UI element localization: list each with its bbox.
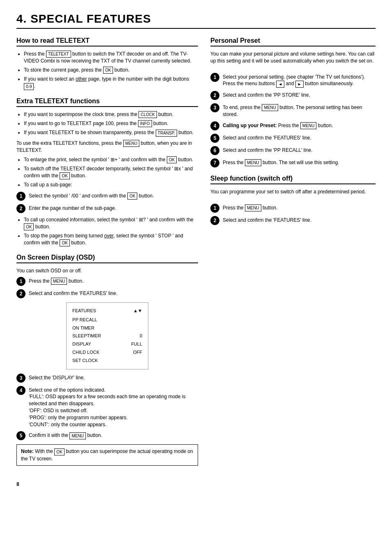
ok-button-ref6[interactable]: OK bbox=[60, 239, 69, 246]
personal-preset-title: Personal Preset bbox=[210, 37, 376, 46]
section-osd: On Screen Display (OSD) You can switch O… bbox=[16, 254, 198, 466]
right-column: Personal Preset You can make your person… bbox=[210, 37, 376, 473]
extra-sub-bullets: To enlarge the print, select the symbol … bbox=[16, 156, 198, 188]
step2-bullet-2: To stop the pages from being turned over… bbox=[24, 232, 198, 246]
preset-step-1-text: Select your personal setting. (see chapt… bbox=[223, 73, 376, 88]
personal-preset-body: You can make your personal picture and v… bbox=[210, 51, 376, 65]
osd-label-sleeptimer: SLEEPTIMER bbox=[72, 332, 101, 340]
ok-button-ref5[interactable]: OK bbox=[24, 223, 34, 230]
digits-button: 0-9 bbox=[24, 83, 34, 90]
preset-step-7-text: Press the MENU button. The set will use … bbox=[223, 158, 376, 166]
menu-button-ref1[interactable]: MENU bbox=[123, 140, 139, 147]
step-circle-2: 2 bbox=[16, 204, 25, 213]
sleep-step-circle-2: 2 bbox=[210, 216, 219, 225]
menu-button-ref3[interactable]: MENU bbox=[69, 432, 85, 439]
left-column: How to read TELETEXT Press the TELETEXT … bbox=[16, 37, 198, 473]
sub-bullet-3: To call up a sub-page: bbox=[24, 181, 198, 188]
osd-val-display: FULL bbox=[131, 340, 142, 348]
osd-step-2: 2 Select and confirm the 'FEATURES' line… bbox=[16, 289, 198, 298]
preset-step-4-text: Calling up your Preset: Press the MENU b… bbox=[223, 121, 376, 129]
teletext-bullet-2: To store the current page, press the OK … bbox=[24, 67, 198, 74]
sub-bullet-1: To enlarge the print, select the symbol … bbox=[24, 156, 198, 163]
osd-table-header-label: FEATURES bbox=[72, 307, 96, 315]
info-button[interactable]: INFO bbox=[138, 120, 152, 127]
extra-teletext-body: To use the extra TELETEXT functions, pre… bbox=[16, 140, 198, 154]
preset-step-circle-6: 6 bbox=[210, 146, 219, 155]
menu-button-ref7[interactable]: MENU bbox=[245, 204, 261, 211]
ok-button-ref1[interactable]: OK bbox=[103, 67, 113, 74]
preset-step-7: 7 Press the MENU button. The set will us… bbox=[210, 158, 376, 167]
ok-button-ref3[interactable]: OK bbox=[60, 172, 69, 179]
osd-title: On Screen Display (OSD) bbox=[16, 254, 198, 263]
preset-step-3-text: To end, press the MENU button. The perso… bbox=[223, 103, 376, 118]
osd-step-3: 3 Select the 'DISPLAY' line. bbox=[16, 374, 198, 383]
right-arrow-button[interactable]: ► bbox=[295, 81, 304, 88]
osd-step-4: 4 Select one of the options indicated. '… bbox=[16, 386, 198, 428]
preset-step-circle-7: 7 bbox=[210, 158, 219, 167]
step-1-subpage: 1 Select the symbol ' /00 ' and confirm … bbox=[16, 192, 198, 201]
transp-button[interactable]: TRANSP. bbox=[156, 130, 177, 137]
step-2-text: Enter the page number of the sub-page. bbox=[29, 204, 198, 212]
page-number: 8 bbox=[16, 481, 376, 487]
menu-button-ref4[interactable]: MENU bbox=[262, 104, 278, 111]
osd-step-1-text: Press the MENU button. bbox=[29, 277, 198, 285]
osd-table-header: FEATURES ▲▼ bbox=[72, 307, 142, 315]
osd-step-circle-2: 2 bbox=[16, 289, 25, 298]
teletext-button[interactable]: TELETEXT bbox=[46, 51, 71, 58]
left-arrow-button[interactable]: ◄ bbox=[276, 81, 284, 88]
ok-button-ref7[interactable]: OK bbox=[54, 448, 64, 455]
menu-button-ref2[interactable]: MENU bbox=[51, 278, 67, 285]
osd-step-circle-5: 5 bbox=[16, 431, 25, 440]
osd-table-header-arrows: ▲▼ bbox=[133, 307, 142, 315]
teletext-bullet-1: Press the TELETEXT button to switch the … bbox=[24, 51, 198, 65]
preset-step-6: 6 Select and confirm the 'PP RECALL' lin… bbox=[210, 146, 376, 155]
teletext-bullets: Press the TELETEXT button to switch the … bbox=[16, 51, 198, 90]
extra-bullet-2: If you want to go to TELETEXT page 100, … bbox=[24, 120, 198, 127]
preset-step-circle-3: 3 bbox=[210, 103, 219, 112]
step-2-subpage: 2 Enter the page number of the sub-page. bbox=[16, 204, 198, 213]
osd-row-display: DISPLAYFULL bbox=[72, 340, 142, 348]
osd-row-pp-recall: PP RECALL bbox=[72, 316, 142, 324]
preset-step-2-text: Select and confirm the 'PP STORE' line. bbox=[223, 91, 376, 99]
preset-step-2: 2 Select and confirm the 'PP STORE' line… bbox=[210, 91, 376, 100]
ok-button-ref4[interactable]: OK bbox=[127, 193, 137, 200]
preset-step-4: 4 Calling up your Preset: Press the MENU… bbox=[210, 121, 376, 130]
osd-step-1: 1 Press the MENU button. bbox=[16, 277, 198, 286]
preset-step-1: 1 Select your personal setting. (see cha… bbox=[210, 73, 376, 88]
osd-step-circle-4: 4 bbox=[16, 386, 25, 395]
sleep-body: You can programme your set to switch off… bbox=[210, 188, 376, 195]
teletext-bullet-3: If you want to select an other page, typ… bbox=[24, 76, 198, 90]
osd-row-set-clock: SET CLOCK bbox=[72, 357, 142, 365]
menu-button-ref5[interactable]: MENU bbox=[300, 122, 316, 129]
extra-teletext-title: Extra TELETEXT functions bbox=[16, 98, 198, 107]
sleep-step-circle-1: 1 bbox=[210, 204, 219, 213]
preset-step-5-text: Select and confirm the 'FEATURES' line. bbox=[223, 134, 376, 142]
page-title: 4. SPECIAL FEATURES bbox=[16, 12, 376, 29]
osd-step-2-text: Select and confirm the 'FEATURES' line. bbox=[29, 289, 198, 297]
sleep-step-2: 2 Select and confirm the 'FEATURES' line… bbox=[210, 216, 376, 225]
preset-step-6-text: Select and confirm the 'PP RECALL' line. bbox=[223, 146, 376, 154]
step-1-text: Select the symbol ' /00 ' and confirm wi… bbox=[29, 192, 198, 200]
osd-body: You can switch OSD on or off. bbox=[16, 267, 198, 274]
preset-step-3: 3 To end, press the MENU button. The per… bbox=[210, 103, 376, 118]
step2-bullets: To call up concealed information, select… bbox=[16, 216, 198, 246]
osd-label-set-clock: SET CLOCK bbox=[72, 357, 98, 365]
extra-teletext-bullets: If you want to superimpose the clock tim… bbox=[16, 111, 198, 137]
ok-button-ref2[interactable]: OK bbox=[167, 156, 177, 163]
preset-step-circle-5: 5 bbox=[210, 134, 219, 143]
osd-val-sleeptimer: 0 bbox=[140, 332, 142, 340]
osd-note-box: Note: With the OK button you can superim… bbox=[16, 444, 198, 466]
osd-label-on-timer: ON TIMER bbox=[72, 324, 95, 332]
sleep-step-1-text: Press the MENU button. bbox=[223, 204, 376, 211]
menu-button-ref6[interactable]: MENU bbox=[245, 159, 261, 166]
extra-bullet-1: If you want to superimpose the clock tim… bbox=[24, 111, 198, 118]
preset-step-circle-4: 4 bbox=[210, 121, 219, 130]
preset-step-circle-2: 2 bbox=[210, 91, 219, 100]
clock-button[interactable]: CLOCK bbox=[138, 111, 157, 118]
osd-features-table: FEATURES ▲▼ PP RECALL ON TIMER SLEEPTIME… bbox=[66, 302, 148, 369]
sleep-title: Sleep function (switch off) bbox=[210, 175, 376, 184]
step2-bullet-1: To call up concealed information, select… bbox=[24, 216, 198, 230]
preset-step-5: 5 Select and confirm the 'FEATURES' line… bbox=[210, 134, 376, 143]
osd-row-child-lock: CHILD LOCKOFF bbox=[72, 348, 142, 357]
osd-row-sleeptimer: SLEEPTIMER0 bbox=[72, 332, 142, 340]
